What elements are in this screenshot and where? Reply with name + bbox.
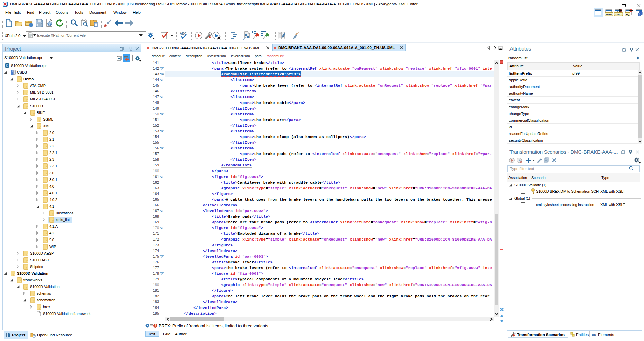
svg-text:XSLT: XSLT xyxy=(615,13,622,16)
svg-text:XQ: XQ xyxy=(626,13,629,16)
svg-text:DITA: DITA xyxy=(606,13,612,16)
